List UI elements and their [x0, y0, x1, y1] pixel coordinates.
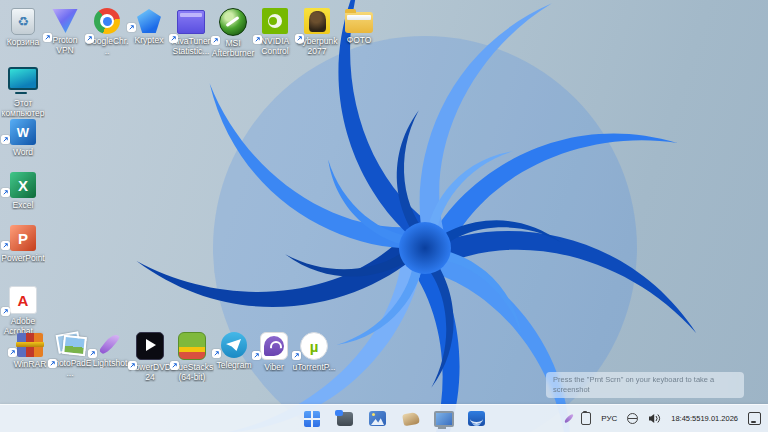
clock-time: 18:45:55 [671, 414, 700, 423]
msi-afterburner-icon [219, 8, 247, 36]
shortcut-arrow-icon [253, 35, 262, 44]
dark-folder-icon [337, 412, 353, 426]
recycle-bin-icon [11, 8, 35, 35]
shortcut-arrow-icon [292, 351, 301, 360]
proton-vpn-icon [52, 9, 78, 33]
shortcut-arrow-icon [1, 188, 10, 197]
shortcut-arrow-icon [1, 135, 10, 144]
desktop-icon-label: Корзина [1, 37, 45, 47]
tooltip-text: Press the "Prnt Scrn" on your keyboard t… [553, 375, 714, 394]
tray-lightshot[interactable] [566, 408, 572, 430]
shortcut-arrow-icon [252, 351, 261, 360]
shortcut-arrow-icon [128, 361, 137, 370]
taskbar-app-photos[interactable] [366, 408, 390, 430]
system-tray: РУС 18:45:55 19.01.2026 [566, 405, 762, 432]
shortcut-arrow-icon [295, 34, 304, 43]
shortcut-arrow-icon [85, 34, 94, 43]
language-indicator[interactable]: РУС [600, 408, 618, 430]
shortcut-arrow-icon [1, 307, 10, 316]
desktop-icon-proton-vpn[interactable]: Proton VPN [43, 6, 87, 55]
folder-icon [345, 12, 373, 33]
start-button[interactable] [300, 408, 324, 430]
nvidia-icon [262, 8, 288, 34]
desktop-icon-this-pc[interactable]: Этот компьютер [1, 62, 45, 118]
desktop-icon-telegram[interactable]: Telegram [212, 330, 256, 370]
cyberpunk-icon [304, 8, 330, 34]
google-chrome-icon [94, 8, 120, 34]
desktop-icon-rivatuner[interactable]: RivaTuner Statistic... [169, 6, 213, 56]
desktop-icon-recycle-bin[interactable]: Корзина [1, 6, 45, 47]
desktop-icon-label: Excel [1, 200, 45, 210]
shortcut-arrow-icon [8, 348, 17, 357]
this-pc-icon [8, 67, 38, 90]
network-globe-icon [627, 413, 638, 424]
lightshot-feather-icon [564, 413, 574, 424]
desktop-icon-adobe-acrobat[interactable]: Adobe Acrobat ... [1, 284, 45, 336]
photopad-icon [55, 330, 85, 358]
desktop-icon-excel[interactable]: Excel [1, 170, 45, 210]
desktop-icon-powerpoint[interactable]: PowerPoint [1, 223, 45, 263]
taskbar-app-monitor[interactable] [432, 408, 456, 430]
desktop-icon-powerdvd[interactable]: PowerDVD 24 [128, 330, 172, 382]
shortcut-arrow-icon [1, 241, 10, 250]
desktop-icon-lightshot[interactable]: Lightshot [88, 330, 132, 368]
desktop-icon-nvidia-control-panel[interactable]: NVIDIA Control Panel [253, 6, 297, 57]
excel-icon [10, 172, 36, 198]
notification-center-button[interactable] [747, 408, 762, 430]
clock[interactable]: 18:45:55 19.01.2026 [670, 408, 739, 430]
taskbar-app-dark-folder[interactable] [333, 408, 357, 430]
desktop-icon-label: Этот компьютер [1, 98, 45, 118]
shortcut-arrow-icon [212, 349, 221, 358]
desktop-icon-photopad[interactable]: PhotoPadE... [48, 330, 92, 378]
shortcut-arrow-icon [170, 361, 179, 370]
lightshot-feather-icon [95, 330, 125, 358]
desktop-icon-label: ФОТО [337, 35, 381, 45]
desktop-icon-label: Word [1, 147, 45, 157]
desktop-icon-viber[interactable]: Viber [252, 330, 296, 372]
desktop-icon-cyberpunk-2077[interactable]: Cyberpunk 2077 [295, 6, 339, 56]
word-icon [10, 119, 36, 145]
desktop-icon-utorrent[interactable]: uTorrentP... [292, 330, 336, 372]
desktop-icon-label: Viber [252, 362, 296, 372]
desktop-icon-msi-afterburner[interactable]: MSI Afterburner [211, 6, 255, 58]
adobe-acrobat-icon [9, 286, 37, 314]
desktop-icon-kryptex[interactable]: Kryptex [127, 6, 171, 45]
shortcut-arrow-icon [169, 34, 178, 43]
desktop-icon-winrar[interactable]: WinRAR [8, 330, 52, 369]
taskbar-app-media[interactable] [465, 408, 489, 430]
clipboard-icon [581, 412, 591, 425]
desktop-icon-word[interactable]: Word [1, 117, 45, 157]
notification-icon [748, 412, 761, 425]
shortcut-arrow-icon [127, 23, 136, 32]
taskbar-app-hand[interactable] [399, 408, 423, 430]
tray-clipboard[interactable] [580, 408, 592, 430]
lightshot-tooltip: Press the "Prnt Scrn" on your keyboard t… [546, 372, 744, 398]
desktop-icon-bluestacks[interactable]: BlueStacks (64-bit) [170, 330, 214, 382]
desktop-icon-label: uTorrentP... [292, 362, 336, 372]
volume-indicator[interactable] [647, 408, 662, 430]
blue-wave-app-icon [468, 411, 485, 426]
photos-icon [369, 411, 386, 426]
shortcut-arrow-icon [211, 36, 220, 45]
windows-logo-icon [304, 411, 320, 427]
shortcut-arrow-icon [48, 359, 57, 368]
desktop-icon-google-chrome[interactable]: GoogleChr... [85, 6, 129, 56]
desktop-icon-label: Kryptex [127, 35, 171, 45]
taskbar: РУС 18:45:55 19.01.2026 [0, 404, 768, 432]
desktop-icon-label: PowerPoint [1, 253, 45, 263]
winrar-icon [17, 333, 43, 357]
network-indicator[interactable] [626, 408, 639, 430]
powerdvd-icon [136, 332, 164, 360]
shortcut-arrow-icon [43, 33, 52, 42]
monitor-app-icon [434, 411, 454, 427]
kryptex-icon [136, 9, 162, 33]
bluestacks-icon [178, 332, 206, 360]
rivatuner-icon [177, 10, 205, 34]
desktop-icon-label: Lightshot [88, 358, 132, 368]
desktop-icon-photo-folder[interactable]: ФОТО [337, 6, 381, 45]
shortcut-arrow-icon [88, 349, 97, 358]
powerpoint-icon [10, 225, 36, 251]
hand-tool-icon [402, 411, 420, 426]
utorrent-icon [300, 332, 328, 360]
clock-date: 19.01.2026 [700, 414, 738, 423]
